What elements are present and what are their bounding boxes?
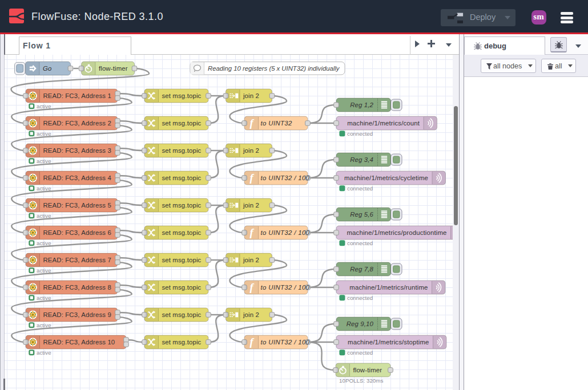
svg-text:connected: connected: [347, 131, 373, 137]
svg-text:READ: FC3, Address 6: READ: FC3, Address 6: [43, 229, 111, 236]
svg-text:active: active: [37, 295, 51, 301]
svg-text:flow-timer: flow-timer: [353, 367, 382, 373]
svg-text:to UINT32: to UINT32: [261, 120, 292, 127]
svg-text:active: active: [37, 103, 51, 109]
svg-text:Reg 3,4: Reg 3,4: [350, 156, 373, 163]
svg-text:Reg 1,2: Reg 1,2: [350, 101, 373, 108]
svg-text:active: active: [37, 213, 51, 219]
svg-text:active: active: [37, 158, 51, 164]
svg-text:READ: FC3, Address 8: READ: FC3, Address 8: [43, 284, 111, 291]
svg-text:set msg.topic: set msg.topic: [162, 284, 201, 291]
svg-text:flow-timer: flow-timer: [99, 65, 128, 72]
svg-text:set msg.topic: set msg.topic: [162, 174, 201, 181]
svg-text:active: active: [37, 267, 51, 274]
svg-text:machine/1/metrics/stoptime: machine/1/metrics/stoptime: [348, 339, 429, 346]
svg-text:connected: connected: [347, 240, 373, 246]
svg-text:READ: FC3, Address 9: READ: FC3, Address 9: [43, 311, 111, 318]
svg-text:set msg.topic: set msg.topic: [162, 229, 201, 236]
svg-text:Reg 5,6: Reg 5,6: [350, 211, 373, 218]
svg-text:set msg.topic: set msg.topic: [162, 339, 201, 346]
svg-text:Reg 7,8: Reg 7,8: [350, 266, 373, 273]
svg-text:Reading 10 registers (5 x UINT: Reading 10 registers (5 x UINT32) indivi…: [208, 65, 340, 72]
svg-text:connected: connected: [347, 295, 373, 301]
svg-text:set msg.topic: set msg.topic: [162, 202, 201, 209]
svg-text:machine/1/metrics/runtime: machine/1/metrics/runtime: [349, 284, 428, 291]
svg-text:machine/1/metrics/productionti: machine/1/metrics/productiontime: [347, 229, 446, 236]
svg-text:set msg.topic: set msg.topic: [162, 257, 201, 263]
svg-text:active: active: [37, 350, 51, 356]
svg-text:to UINT32 / 100: to UINT32 / 100: [261, 284, 310, 291]
svg-text:set msg.topic: set msg.topic: [162, 311, 201, 318]
svg-text:machine/1/metrics/count: machine/1/metrics/count: [347, 120, 420, 127]
svg-text:active: active: [37, 322, 51, 328]
svg-text:Go: Go: [43, 65, 52, 72]
svg-text:set msg.topic: set msg.topic: [162, 120, 201, 127]
svg-text:READ: FC3, Address 2: READ: FC3, Address 2: [43, 120, 111, 127]
svg-text:connected: connected: [347, 185, 373, 192]
svg-text:join 2: join 2: [243, 92, 259, 99]
svg-text:set msg.topic: set msg.topic: [162, 92, 201, 99]
svg-text:Reg 9,10: Reg 9,10: [347, 320, 374, 327]
svg-text:to UINT32 / 100: to UINT32 / 100: [261, 174, 310, 181]
svg-text:READ: FC3, Address 10: READ: FC3, Address 10: [43, 339, 115, 346]
svg-text:READ: FC3, Address 7: READ: FC3, Address 7: [43, 257, 111, 263]
svg-text:join 2: join 2: [243, 311, 259, 318]
svg-text:READ: FC3, Address 5: READ: FC3, Address 5: [43, 202, 111, 209]
svg-text:active: active: [37, 240, 51, 246]
svg-text:join 2: join 2: [243, 147, 259, 154]
svg-text:connected: connected: [347, 350, 373, 356]
svg-text:to UINT32 / 100: to UINT32 / 100: [261, 229, 310, 236]
svg-text:join 2: join 2: [243, 202, 259, 209]
svg-text:10POLLS: 320ms: 10POLLS: 320ms: [339, 377, 383, 384]
svg-text:READ: FC3, Address 1: READ: FC3, Address 1: [43, 92, 111, 99]
svg-text:join 2: join 2: [243, 257, 259, 263]
svg-text:to UINT32 / 100: to UINT32 / 100: [261, 339, 310, 346]
svg-text:active: active: [37, 185, 51, 192]
svg-text:READ: FC3, Address 4: READ: FC3, Address 4: [43, 174, 111, 181]
svg-text:READ: FC3, Address 3: READ: FC3, Address 3: [43, 147, 111, 154]
svg-text:set msg.topic: set msg.topic: [162, 147, 201, 154]
svg-text:active: active: [37, 131, 51, 137]
svg-text:machine/1/metrics/cycletime: machine/1/metrics/cycletime: [344, 174, 428, 181]
